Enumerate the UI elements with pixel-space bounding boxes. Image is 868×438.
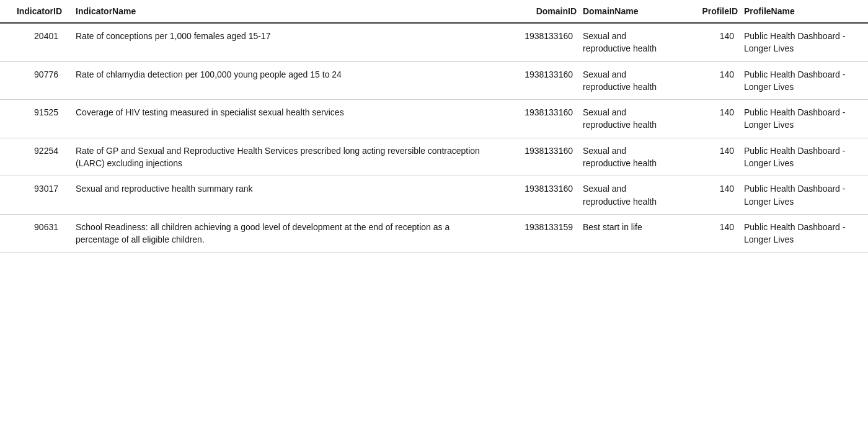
cell-indicator-id: 91525 (0, 100, 68, 138)
cell-indicator-name: Rate of conceptions per 1,000 females ag… (68, 23, 502, 61)
cell-domain-name: Sexual and reproductive health (583, 138, 682, 176)
data-table: IndicatorID IndicatorName DomainID Domai… (0, 0, 868, 253)
cell-domain-id: 1938133160 (502, 100, 583, 138)
cell-domain-id: 1938133160 (502, 61, 583, 100)
col-header-domain-name: DomainName (583, 0, 682, 23)
cell-profile-name: Public Health Dashboard - Longer Lives (744, 214, 868, 253)
cell-profile-id: 140 (682, 100, 744, 138)
cell-profile-id: 140 (682, 23, 744, 61)
cell-indicator-name: Coverage of HIV testing measured in spec… (68, 100, 502, 138)
cell-domain-name: Best start in life (583, 214, 682, 253)
table-row: 91525Coverage of HIV testing measured in… (0, 100, 868, 138)
col-header-domain-id: DomainID (502, 0, 583, 23)
cell-profile-name: Public Health Dashboard - Longer Lives (744, 100, 868, 138)
cell-domain-id: 1938133160 (502, 138, 583, 176)
cell-domain-id: 1938133160 (502, 23, 583, 61)
table-row: 90776Rate of chlamydia detection per 100… (0, 61, 868, 100)
table-row: 93017Sexual and reproductive health summ… (0, 176, 868, 215)
cell-indicator-id: 20401 (0, 23, 68, 61)
cell-indicator-id: 92254 (0, 138, 68, 176)
cell-profile-id: 140 (682, 214, 744, 253)
cell-indicator-id: 90776 (0, 61, 68, 100)
cell-profile-name: Public Health Dashboard - Longer Lives (744, 23, 868, 61)
cell-indicator-name: Sexual and reproductive health summary r… (68, 176, 502, 215)
cell-indicator-id: 93017 (0, 176, 68, 215)
cell-indicator-id: 90631 (0, 214, 68, 253)
cell-domain-name: Sexual and reproductive health (583, 61, 682, 100)
col-header-profile-name: ProfileName (744, 0, 868, 23)
cell-profile-name: Public Health Dashboard - Longer Lives (744, 61, 868, 100)
table-header-row: IndicatorID IndicatorName DomainID Domai… (0, 0, 868, 23)
col-header-indicator-id: IndicatorID (0, 0, 68, 23)
cell-domain-id: 1938133159 (502, 214, 583, 253)
cell-profile-name: Public Health Dashboard - Longer Lives (744, 138, 868, 176)
cell-indicator-name: Rate of chlamydia detection per 100,000 … (68, 61, 502, 100)
col-header-indicator-name: IndicatorName (68, 0, 502, 23)
cell-profile-name: Public Health Dashboard - Longer Lives (744, 176, 868, 215)
cell-indicator-name: School Readiness: all children achieving… (68, 214, 502, 253)
cell-profile-id: 140 (682, 61, 744, 100)
table-row: 92254Rate of GP and Sexual and Reproduct… (0, 138, 868, 176)
cell-domain-name: Sexual and reproductive health (583, 100, 682, 138)
cell-indicator-name: Rate of GP and Sexual and Reproductive H… (68, 138, 502, 176)
cell-domain-id: 1938133160 (502, 176, 583, 215)
col-header-profile-id: ProfileID (682, 0, 744, 23)
table-row: 20401Rate of conceptions per 1,000 femal… (0, 23, 868, 61)
cell-domain-name: Sexual and reproductive health (583, 23, 682, 61)
cell-domain-name: Sexual and reproductive health (583, 176, 682, 215)
cell-profile-id: 140 (682, 176, 744, 215)
table-body: 20401Rate of conceptions per 1,000 femal… (0, 23, 868, 253)
table-row: 90631School Readiness: all children achi… (0, 214, 868, 253)
cell-profile-id: 140 (682, 138, 744, 176)
